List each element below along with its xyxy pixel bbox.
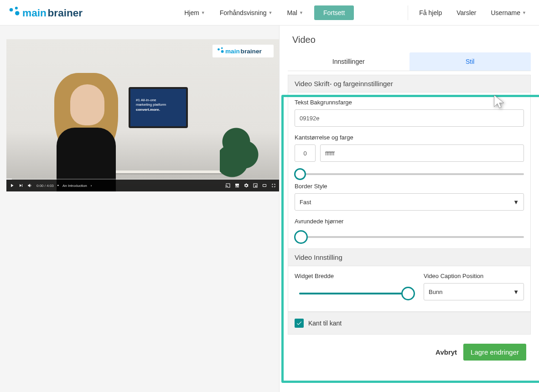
section-video-settings-header: Video Innstilling <box>288 248 531 266</box>
nav-hjem[interactable]: Hjem▼ <box>177 5 212 20</box>
tabs: Innstillinger Stil <box>288 52 531 71</box>
border-label: Kantstørrelse og farge <box>295 134 524 141</box>
video-time: 0:00 / 4:03 <box>36 184 54 188</box>
video-logo-overlay: main brainer <box>212 45 274 57</box>
panel-footer: Avbryt Lagre endringer <box>280 335 539 365</box>
edge-label: Kant til kant <box>308 320 342 327</box>
nav-forhands-label: Forhåndsvisning <box>220 9 267 16</box>
chevron-down-icon: ▼ <box>513 289 519 295</box>
section-video-settings-body: Widget Bredde Video Caption Position Bun… <box>288 266 531 312</box>
svg-text:main: main <box>22 7 47 18</box>
nav-right: Få hjelp Varsler Username▼ <box>408 5 534 20</box>
svg-point-5 <box>218 48 220 51</box>
section-font-color-body: Tekst Bakgrunnsfarge Kantstørrelse og fa… <box>288 93 531 248</box>
svg-text:brainer: brainer <box>240 48 262 55</box>
nav-hjem-label: Hjem <box>184 9 199 16</box>
video-preview[interactable]: #1 All-in-one marketing platform convert… <box>6 39 279 191</box>
cast-icon[interactable] <box>225 183 231 188</box>
volume-icon[interactable] <box>27 183 33 188</box>
border-size-input[interactable] <box>295 144 316 162</box>
bgcolor-input[interactable] <box>295 109 524 127</box>
slider-thumb[interactable] <box>294 230 308 244</box>
tab-stil[interactable]: Stil <box>409 52 531 71</box>
border-style-value: Fast <box>300 199 311 206</box>
cancel-button[interactable]: Avbryt <box>435 348 457 356</box>
nav-main: Hjem▼ Forhåndsvisning▼ Mal▼ Fortsett <box>177 5 358 20</box>
nav-username-label: Username <box>491 9 520 16</box>
logo: main brainer <box>6 5 98 20</box>
nav-varsler[interactable]: Varsler <box>449 5 483 20</box>
fullscreen-icon[interactable] <box>271 183 276 188</box>
width-slider[interactable] <box>295 288 413 299</box>
border-color-input[interactable] <box>320 144 524 162</box>
border-slider[interactable] <box>295 168 524 180</box>
border-style-select[interactable]: Fast ▼ <box>295 193 524 211</box>
rounded-label: Avrundede hjørner <box>295 218 524 225</box>
nav-username[interactable]: Username▼ <box>483 5 534 20</box>
video-scene: #1 All-in-one marketing platform convert… <box>6 39 279 191</box>
monitor-line2: marketing platform <box>136 103 182 107</box>
section-font-color-header: Video Skrift- og fargeinnstillinger <box>288 75 531 93</box>
nav-forhandsvisning[interactable]: Forhåndsvisning▼ <box>212 5 280 20</box>
next-icon[interactable] <box>18 183 24 188</box>
edge-to-edge-row: Kant til kant <box>288 312 531 335</box>
svg-point-1 <box>15 6 18 9</box>
preview-pane: #1 All-in-one marketing platform convert… <box>0 26 279 392</box>
video-person <box>43 68 130 191</box>
nav-mal-label: Mal <box>287 9 297 16</box>
caption-value: Bunn <box>429 289 442 295</box>
subtitles-icon[interactable] <box>234 183 240 188</box>
bgcolor-label: Tekst Bakgrunnsfarge <box>295 99 524 106</box>
svg-point-2 <box>15 11 19 15</box>
settings-icon[interactable] <box>244 183 249 188</box>
edge-checkbox[interactable] <box>295 319 304 328</box>
chevron-down-icon: ▼ <box>268 10 272 15</box>
theater-icon[interactable] <box>262 183 267 188</box>
fortsett-button[interactable]: Fortsett <box>314 5 354 20</box>
chevron-down-icon: ▼ <box>522 10 526 15</box>
svg-point-7 <box>221 50 224 53</box>
tab-innstillinger[interactable]: Innstillinger <box>288 52 409 71</box>
monitor-line3: convert.more. <box>136 108 182 112</box>
chevron-down-icon: ▼ <box>201 10 205 15</box>
svg-text:main: main <box>225 48 240 55</box>
nav-hjelp[interactable]: Få hjelp <box>412 5 449 20</box>
video-controls: 0:00 / 4:03 • An Introduction › <box>6 180 279 191</box>
miniplayer-icon[interactable] <box>253 183 258 188</box>
svg-point-0 <box>10 8 13 11</box>
nav-mal[interactable]: Mal▼ <box>280 5 310 20</box>
slider-thumb[interactable] <box>294 168 306 180</box>
video-progress[interactable] <box>6 179 279 180</box>
chevron-down-icon: ▼ <box>513 199 519 206</box>
chevron-down-icon: ▼ <box>299 10 303 15</box>
border-style-label: Border Style <box>295 183 524 190</box>
caption-select[interactable]: Bunn ▼ <box>424 283 524 300</box>
topbar: main brainer Hjem▼ Forhåndsvisning▼ Mal▼… <box>0 0 539 26</box>
settings-panel: Video Innstillinger Stil Video Skrift- o… <box>279 26 539 392</box>
rounded-slider[interactable] <box>295 231 524 243</box>
video-title: An Introduction <box>62 184 87 188</box>
svg-text:brainer: brainer <box>48 7 83 18</box>
caption-label: Video Caption Position <box>424 273 524 279</box>
video-plant <box>220 116 261 180</box>
cursor-icon <box>492 94 507 111</box>
slider-thumb[interactable] <box>401 287 415 300</box>
panel-title: Video <box>280 26 539 52</box>
width-label: Widget Bredde <box>295 273 413 279</box>
save-button[interactable]: Lagre endringer <box>463 344 526 361</box>
video-monitor: #1 All-in-one marketing platform convert… <box>129 87 188 128</box>
svg-point-6 <box>221 47 223 49</box>
monitor-line1: #1 All-in-one <box>136 98 182 103</box>
play-icon[interactable] <box>9 183 15 188</box>
